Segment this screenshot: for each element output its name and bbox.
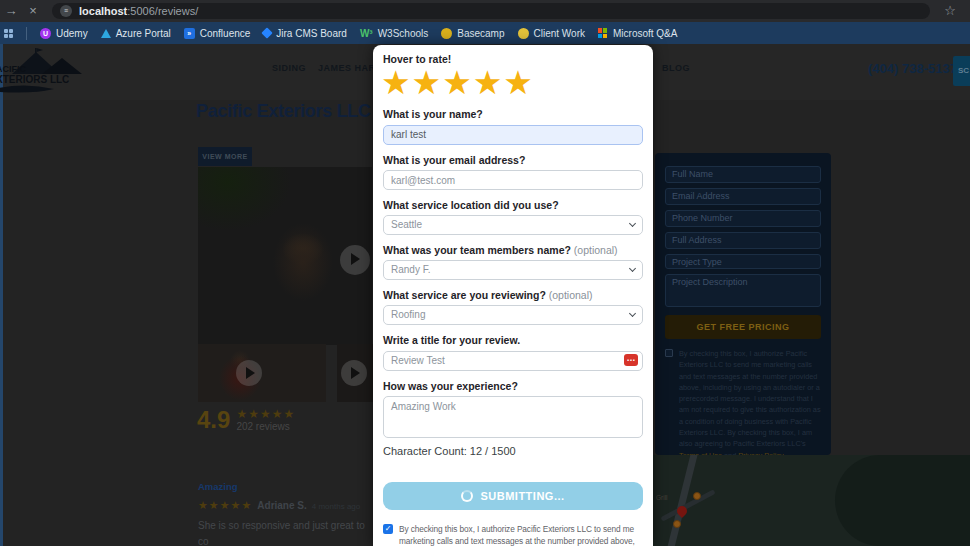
bookmarks-separator <box>26 27 27 40</box>
rating-count[interactable]: 202 reviews <box>236 421 295 432</box>
browser-window: → × ≡ localhost:5006/reviews/ ☆ UUdemy A… <box>0 0 970 546</box>
review-title-input[interactable] <box>383 351 643 371</box>
azure-icon <box>101 29 111 38</box>
forward-icon[interactable]: → <box>0 0 22 22</box>
spinner-icon <box>461 490 473 502</box>
star-rating-input[interactable]: ★★★★★ <box>381 66 643 99</box>
team-member-label: What was your team members name? (option… <box>383 244 643 256</box>
pacific-exteriors-logo[interactable]: ACIFIC XTERIORS LLC <box>0 46 94 98</box>
client-work-icon <box>518 28 529 39</box>
bookmark-microsoft-qa[interactable]: Microsoft Q&A <box>598 28 677 39</box>
overall-rating: 4.9 ★★★★★ 202 reviews <box>197 408 295 432</box>
service-label: What service are you reviewing? (optiona… <box>383 289 643 301</box>
basecamp-icon <box>441 28 452 39</box>
view-more-button[interactable]: VIEW MORE <box>198 147 252 166</box>
bookmark-jira-cms-board[interactable]: Jira CMS Board <box>263 28 347 39</box>
review-title-link[interactable]: Amazing <box>198 481 374 492</box>
bookmark-azure-portal[interactable]: Azure Portal <box>101 28 171 39</box>
review-title-label: Write a title for your review. <box>383 334 643 346</box>
svg-text:ACIFIC: ACIFIC <box>0 64 26 74</box>
review-item: Amazing ★★★★★ Adriane S. 4 months ago Sh… <box>198 481 374 546</box>
udemy-icon: U <box>40 28 51 39</box>
submit-button[interactable]: SUBMITTING... <box>383 482 643 510</box>
address-bar[interactable]: ≡ localhost:5006/reviews/ <box>52 3 930 19</box>
bookmarks-bar: UUdemy Azure Portal »Confluence Jira CMS… <box>0 22 970 44</box>
bookmark-client-work[interactable]: Client Work <box>518 28 586 39</box>
url-text: localhost:5006/reviews/ <box>79 5 198 17</box>
lead-email-input[interactable]: Email Address <box>665 188 821 205</box>
rating-score: 4.9 <box>197 408 230 432</box>
map-embed[interactable]: Grill <box>650 455 970 546</box>
map-region <box>835 455 970 546</box>
location-label: What service location did you use? <box>383 199 643 211</box>
experience-label: How was your experience? <box>383 380 643 392</box>
bookmark-confluence[interactable]: »Confluence <box>184 28 251 39</box>
review-modal: Hover to rate! ★★★★★ What is your name? … <box>373 45 653 546</box>
lead-phone-input[interactable]: Phone Number <box>665 210 821 227</box>
header-phone[interactable]: (404) 738-5137 <box>868 61 957 76</box>
jira-icon <box>262 27 273 38</box>
experience-textarea[interactable]: Amazing Work <box>383 396 643 438</box>
lead-form-card: Full Name Email Address Phone Number Ful… <box>655 153 831 455</box>
w3schools-icon: W³ <box>360 28 373 39</box>
consent-checkbox[interactable]: ✓ <box>383 524 393 534</box>
map-place-label: Grill <box>656 494 668 501</box>
left-edge-strip <box>0 44 3 546</box>
nav-blog[interactable]: BLOG <box>662 63 690 73</box>
name-label: What is your name? <box>383 108 643 120</box>
play-icon[interactable] <box>340 245 370 275</box>
lead-legal-text: By checking this box, I authorize Pacifi… <box>679 348 821 461</box>
apps-icon[interactable] <box>4 29 13 38</box>
browser-toolbar: → × ≡ localhost:5006/reviews/ ☆ <box>0 0 970 22</box>
review-stars-icon: ★★★★★ <box>198 499 252 512</box>
review-author: Adriane S. <box>257 500 306 511</box>
get-free-pricing-button[interactable]: GET FREE PRICING <box>665 315 821 339</box>
microsoft-icon <box>598 28 608 38</box>
map-pin-icon[interactable] <box>673 520 681 528</box>
lead-project-type-select[interactable]: Project Type <box>665 254 821 269</box>
bookmark-star-icon[interactable]: ☆ <box>944 0 956 22</box>
nav-siding[interactable]: SIDING <box>272 63 306 73</box>
stop-icon[interactable]: × <box>22 0 44 22</box>
bookmark-basecamp[interactable]: Basecamp <box>441 28 504 39</box>
video-thumbnail-small-1[interactable] <box>198 344 326 402</box>
location-select[interactable]: Seattle <box>383 215 643 235</box>
play-icon[interactable] <box>236 360 262 386</box>
play-icon[interactable] <box>341 360 367 386</box>
map-pin-icon[interactable] <box>693 492 701 500</box>
lead-address-input[interactable]: Full Address <box>665 232 821 249</box>
lead-consent-checkbox[interactable] <box>665 349 673 357</box>
character-count: Character Count: 12 / 1500 <box>383 445 643 457</box>
email-input[interactable] <box>383 170 643 190</box>
video-thumbnail-main[interactable] <box>198 167 372 345</box>
review-text: She is so responsive and just great to c… <box>198 518 374 546</box>
lead-full-name-input[interactable]: Full Name <box>665 166 821 183</box>
svg-text:XTERIORS LLC: XTERIORS LLC <box>0 74 69 85</box>
header-schedule-button[interactable]: SC <box>953 56 970 86</box>
email-label: What is your email address? <box>383 154 643 166</box>
bookmark-w3schools[interactable]: W³W3Schools <box>360 28 428 39</box>
rating-stars-icon: ★★★★★ <box>236 408 295 420</box>
extension-autofill-icon[interactable]: … <box>624 354 638 366</box>
service-select[interactable]: Roofing <box>383 305 643 325</box>
review-timestamp: 4 months ago <box>312 502 360 511</box>
lead-project-description-textarea[interactable]: Project Description <box>665 274 821 307</box>
bookmark-udemy[interactable]: UUdemy <box>40 28 88 39</box>
consent-legal-text: By checking this box, I authorize Pacifi… <box>399 523 643 546</box>
confluence-icon: » <box>184 28 195 39</box>
site-info-icon[interactable]: ≡ <box>60 5 72 17</box>
team-member-select[interactable]: Randy F. <box>383 260 643 280</box>
name-input[interactable] <box>383 125 643 145</box>
map-road <box>660 489 715 522</box>
